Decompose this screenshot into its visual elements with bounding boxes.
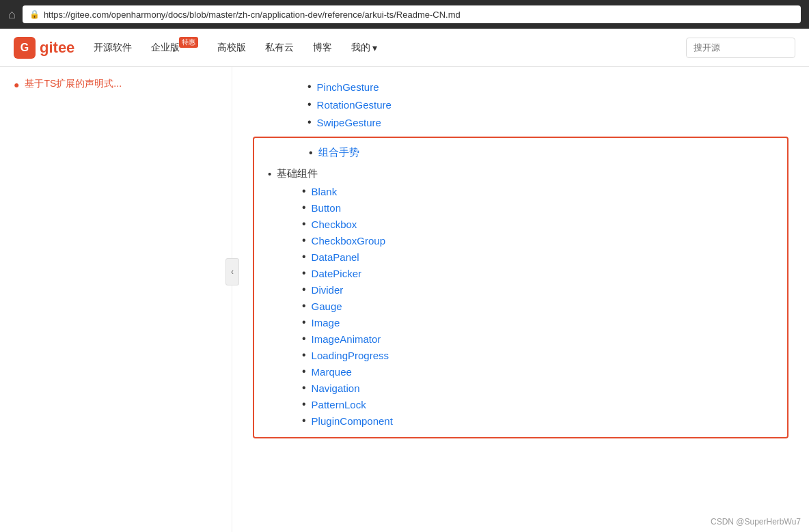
datepicker-link[interactable]: DatePicker (312, 268, 361, 279)
basic-components-header: 基础组件 (268, 165, 773, 183)
nav-university-label: 高校版 (217, 42, 246, 54)
nav-blog-label: 博客 (313, 42, 332, 54)
address-bar[interactable]: 🔒 https://gitee.com/openharmony/docs/blo… (23, 5, 801, 23)
list-item: PluginComponent (302, 412, 773, 429)
gitee-logo-icon: G (14, 37, 36, 59)
imageanimator-link[interactable]: ImageAnimator (312, 333, 381, 345)
logo-letter: G (20, 42, 29, 54)
blank-link[interactable]: Blank (312, 186, 338, 197)
sidebar: ● 基于TS扩展的声明式... (0, 67, 232, 532)
gitee-navbar: G gitee 开源软件 企业版 特惠 高校版 私有云 博客 我的 ▾ (0, 29, 809, 67)
pinch-gesture-link[interactable]: PinchGesture (317, 81, 379, 93)
rotation-gesture-link[interactable]: RotationGesture (317, 99, 392, 111)
list-item: Blank (302, 183, 773, 199)
badge-tejia: 特惠 (179, 37, 198, 48)
list-item: DataPanel (302, 249, 773, 265)
collapse-toggle[interactable]: ‹ (225, 258, 239, 285)
basic-components-label: 基础组件 (277, 167, 318, 180)
home-icon[interactable]: ⌂ (8, 8, 16, 22)
image-link[interactable]: Image (312, 317, 340, 328)
list-item: LoadingProgress (302, 347, 773, 363)
gauge-link[interactable]: Gauge (312, 300, 342, 312)
plugincomponent-link[interactable]: PluginComponent (312, 415, 393, 427)
sidebar-item-ts[interactable]: ● 基于TS扩展的声明式... (14, 78, 218, 90)
list-item: Checkbox (302, 216, 773, 232)
divider-link[interactable]: Divider (312, 284, 344, 296)
nav-private-cloud[interactable]: 私有云 (265, 42, 294, 54)
loadingprogress-link[interactable]: LoadingProgress (312, 350, 389, 361)
logo-text: gitee (40, 39, 74, 57)
nav-opensource-label: 开源软件 (94, 42, 132, 54)
list-item: Navigation (302, 380, 773, 396)
watermark: CSDN @SuperHerbWu7 (711, 517, 801, 527)
swipe-gesture-link[interactable]: SwipeGesture (317, 117, 381, 128)
nav-enterprise[interactable]: 企业版 特惠 (151, 42, 198, 54)
list-item: SwipeGesture (253, 113, 789, 131)
datapanel-link[interactable]: DataPanel (312, 251, 359, 263)
list-item: Gauge (302, 298, 773, 314)
pre-gesture-list: PinchGesture RotationGesture SwipeGestur… (253, 78, 789, 131)
nav-mine-label: 我的 (351, 42, 370, 54)
button-link[interactable]: Button (312, 202, 341, 214)
url-text: https://gitee.com/openharmony/docs/blob/… (44, 10, 461, 20)
list-item: PatternLock (302, 396, 773, 412)
list-item: Divider (302, 281, 773, 298)
nav-private-cloud-label: 私有云 (265, 42, 294, 54)
nav-mine[interactable]: 我的 ▾ (351, 42, 377, 54)
sidebar-bullet: ● (14, 79, 19, 90)
browser-bar: ⌂ 🔒 https://gitee.com/openharmony/docs/b… (0, 0, 809, 29)
nav-blog[interactable]: 博客 (313, 42, 332, 54)
navigation-link[interactable]: Navigation (312, 382, 360, 394)
gitee-logo[interactable]: G gitee (14, 37, 74, 59)
list-item: CheckboxGroup (302, 232, 773, 249)
marquee-link[interactable]: Marquee (312, 366, 352, 378)
nav-enterprise-label: 企业版 (151, 42, 180, 54)
list-item: Image (302, 314, 773, 331)
combo-gesture-link[interactable]: 组合手势 (318, 146, 359, 159)
chevron-down-icon: ▾ (372, 42, 377, 53)
list-item: ImageAnimator (302, 331, 773, 347)
list-item: Marquee (302, 363, 773, 380)
doc-content: ‹ PinchGesture RotationGesture SwipeGest… (232, 67, 809, 532)
list-item: Button (302, 199, 773, 216)
patternlock-link[interactable]: PatternLock (312, 399, 366, 410)
nav-opensource[interactable]: 开源软件 (94, 42, 132, 54)
component-list: Blank Button Checkbox CheckboxGroup Data… (268, 183, 773, 429)
checkbox-link[interactable]: Checkbox (312, 219, 357, 230)
content-area: ● 基于TS扩展的声明式... ‹ PinchGesture RotationG… (0, 67, 809, 532)
sidebar-item-label: 基于TS扩展的声明式... (25, 78, 122, 90)
red-box: 组合手势 基础组件 Blank Button Checkbox Checkbox… (253, 137, 789, 438)
list-item: RotationGesture (253, 96, 789, 113)
nav-university[interactable]: 高校版 (217, 42, 246, 54)
lock-icon: 🔒 (29, 10, 40, 19)
list-item: PinchGesture (253, 78, 789, 96)
checkboxgroup-link[interactable]: CheckboxGroup (312, 235, 385, 247)
combo-gesture-row: 组合手势 (268, 146, 773, 159)
list-item: DatePicker (302, 265, 773, 281)
search-input[interactable] (686, 38, 795, 58)
